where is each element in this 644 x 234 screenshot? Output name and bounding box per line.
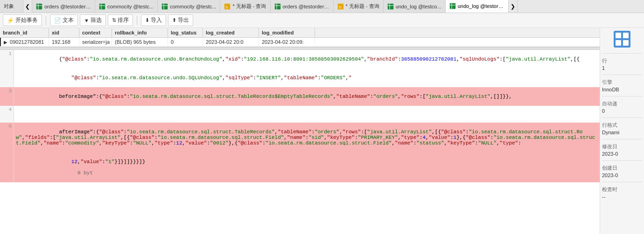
tab-undo-2-label: undo_log @testord... (458, 3, 504, 9)
engine-label: 引擎 (602, 79, 642, 86)
created-value: 2023-0 (602, 172, 642, 178)
table-icon-1 (36, 3, 42, 10)
tab-commocity-1-label: commocity @testc... (107, 4, 154, 9)
code-line-2: "@class":"io.seata.rm.datasource.undo.SQ… (0, 69, 600, 87)
sort-button[interactable]: ⇅ 排序 (108, 14, 133, 26)
auto-inc-value: 0 (602, 108, 642, 114)
info-divider-6 (602, 182, 642, 182)
tab-orders-1[interactable]: orders @testorder ... (32, 0, 95, 13)
export-icon: ⬆ (172, 17, 176, 23)
tab-commocity-2[interactable]: commocity @testc... (158, 0, 220, 13)
svg-rect-19 (450, 3, 455, 9)
export-label: 导出 (178, 16, 189, 24)
col-context: context (79, 28, 112, 37)
cell-rollback: (BLOB) 965 bytes (112, 38, 168, 46)
code-line-5 (0, 114, 600, 123)
tab-query-1[interactable]: S * 无标题 - 查询 (220, 0, 270, 13)
line-num-2 (0, 69, 14, 87)
tab-undo-1[interactable]: undo_log @testco... (384, 0, 446, 13)
tab-query-2[interactable]: S * 无标题 - 查询 (334, 0, 384, 13)
info-format: 行格式 Dynami (602, 122, 642, 135)
col-log-modified: log_modified (259, 28, 315, 37)
line-num-3: 3 (0, 87, 14, 106)
import-button[interactable]: ⬇ 导入 (141, 14, 166, 26)
sort-label: 排序 (118, 16, 129, 24)
grid-view-icon-area (602, 31, 642, 48)
code-line-1: 1 {"@class":"io.seata.rm.datasource.undo… (0, 50, 600, 69)
tab-undo-2[interactable]: undo_log @testord... (446, 0, 509, 13)
table-icon-5 (387, 3, 394, 10)
line-content-3: beforeImage":{"@class":"io.seata.rm.data… (14, 87, 600, 106)
right-panel: 行 1 引擎 InnoDB 自动递 0 行格式 Dynami 修改日 2 (600, 28, 644, 234)
created-label: 创建日 (602, 165, 642, 172)
cell-log-status: 0 (168, 38, 203, 46)
col-log-status: log_status (168, 28, 203, 37)
code-line-3: 3 beforeImage":{"@class":"io.seata.rm.da… (0, 87, 600, 106)
info-divider-5 (602, 160, 642, 161)
tab-object[interactable]: 对象 (0, 0, 23, 13)
line-num-4: 4 (0, 106, 14, 114)
text-button[interactable]: 📄 文本 (50, 14, 78, 26)
tab-orders-2[interactable]: orders @testorder ... (271, 0, 334, 13)
engine-value: InnoDB (602, 87, 642, 92)
modified-label: 修改日 (602, 143, 642, 150)
tab-commocity-2-label: commocity @testc... (170, 4, 216, 9)
code-line-6: 6 afterImage":{"@class":"io.seata.rm.dat… (0, 123, 600, 152)
info-modified: 修改日 2023-0 (602, 143, 642, 157)
svg-rect-11 (275, 4, 280, 9)
info-engine: 引擎 InnoDB (602, 79, 642, 92)
transaction-icon: ⚡ (7, 17, 14, 24)
svg-text:S: S (225, 5, 228, 9)
check-label: 检查时 (602, 186, 642, 193)
code-lines: 1 {"@class":"io.seata.rm.datasource.undo… (0, 50, 600, 234)
cell-context: serializer=ja (79, 38, 112, 46)
info-rows: 行 1 (602, 57, 642, 71)
table-icon-2 (99, 3, 105, 10)
line-content-7: 12,"value":"1"}]}]]}}}]} 0 byt (14, 152, 600, 182)
svg-rect-0 (36, 4, 42, 9)
left-panel: branch_id xid context rollback_info log_… (0, 28, 600, 234)
begin-transaction-button[interactable]: ⚡ 开始事务 (3, 14, 42, 26)
line-num-6: 6 (0, 123, 14, 152)
col-xid: xid (49, 28, 79, 37)
svg-text:S: S (339, 5, 341, 9)
table-icon-6 (449, 3, 456, 9)
filter-button[interactable]: ▼ 筛选 (80, 14, 106, 26)
svg-rect-3 (99, 4, 105, 9)
begin-transaction-label: 开始事务 (15, 16, 38, 24)
code-line-7: 12,"value":"1"}]}]]}}}]} 0 byt (0, 152, 600, 182)
chevron-left-icon: ❮ (25, 3, 30, 10)
code-line-4: 4 (0, 106, 600, 114)
data-grid: branch_id xid context rollback_info log_… (0, 28, 600, 47)
format-value: Dynami (602, 130, 642, 135)
grid-view-icon[interactable] (614, 31, 630, 48)
col-log-created: log_created (203, 28, 259, 37)
tab-scroll-right[interactable]: ❯ (509, 0, 518, 13)
cell-branch-id: ▶ 090212782081 (0, 38, 49, 46)
tab-orders-2-label: orders @testorder ... (283, 4, 329, 9)
toolbar-sep-1 (46, 16, 46, 25)
format-label: 行格式 (602, 122, 642, 129)
sort-icon: ⇅ (112, 17, 116, 23)
info-divider-1 (602, 75, 642, 75)
line-num-1: 1 (0, 50, 14, 69)
grid-header: branch_id xid context rollback_info log_… (0, 28, 600, 38)
cell-log-modified: 2023-04-02 20:09: (259, 38, 315, 46)
table-icon-4 (274, 3, 281, 10)
export-button[interactable]: ⬆ 导出 (168, 14, 193, 26)
auto-inc-label: 自动递 (602, 100, 642, 107)
svg-rect-24 (623, 33, 629, 38)
col-rollback-info: rollback_info (112, 28, 168, 37)
svg-rect-23 (616, 33, 621, 38)
chevron-right-icon: ❯ (511, 3, 515, 10)
tab-scroll-left[interactable]: ❮ (23, 0, 32, 13)
tab-commocity-1[interactable]: commocity @testc... (95, 0, 158, 13)
line-num-5 (0, 114, 14, 123)
table-row[interactable]: ▶ 090212782081 192.168 serializer=ja (BL… (0, 38, 600, 47)
text-icon: 📄 (54, 17, 61, 24)
tab-bar: 对象 ❮ orders @testorder ... commocity @te… (0, 0, 644, 13)
tab-orders-1-label: orders @testorder ... (44, 4, 91, 9)
code-editor[interactable]: 1 {"@class":"io.seata.rm.datasource.undo… (0, 50, 600, 234)
line-content-1: {"@class":"io.seata.rm.datasource.undo.B… (14, 50, 600, 69)
svg-rect-16 (388, 4, 393, 9)
